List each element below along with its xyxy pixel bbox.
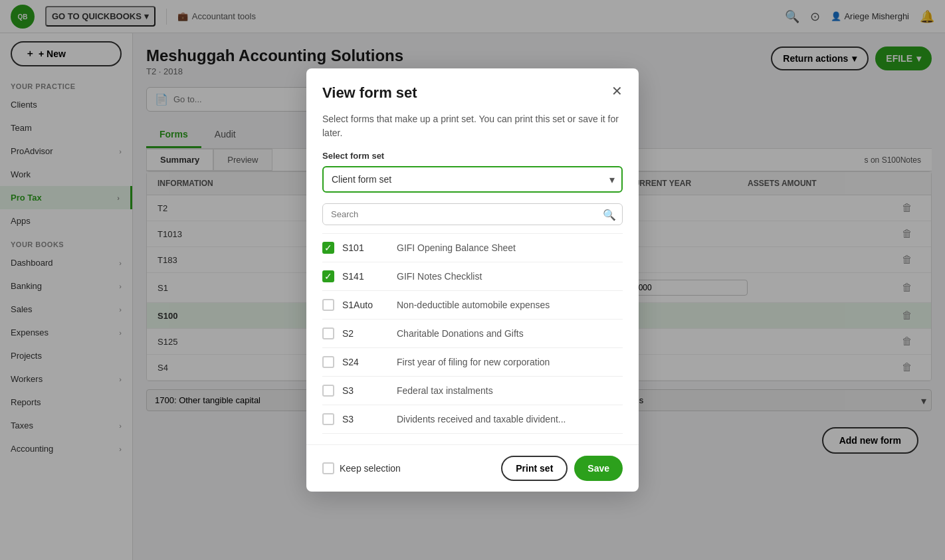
view-form-set-modal: View form set ✕ Select forms that make u… [306,68,639,492]
form-checkbox-1[interactable]: ✓ [322,270,334,282]
form-code-label-0: S101 [342,242,389,253]
form-set-select-wrapper: Client form set Custom form set ▾ [322,166,623,193]
form-code-label-1: S141 [342,271,389,282]
form-code-label-5: S3 [342,385,389,396]
form-checkbox-4[interactable] [322,356,334,368]
form-desc-3: Charitable Donations and Gifts [397,328,524,339]
modal-title: View form set [322,84,417,102]
keep-selection-label[interactable]: Keep selection [322,462,401,474]
form-code-label-6: S3 [342,414,389,424]
form-desc-4: First year of filing for new corporation [397,357,550,367]
select-form-set-label: Select form set [322,151,623,161]
form-checkbox-6[interactable] [322,413,334,425]
form-desc-0: GIFI Opening Balance Sheet [397,242,516,253]
form-list: ✓ S101 GIFI Opening Balance Sheet ✓ S141… [322,233,623,434]
footer-buttons: Print set Save [501,456,623,481]
save-label: Save [587,463,609,474]
form-search-box: 🔍 [322,203,623,225]
form-desc-2: Non-deductible automobile expenses [397,300,550,310]
form-checkbox-3[interactable] [322,327,334,339]
form-list-item: S3 Federal tax instalments [322,377,623,405]
modal-description: Select forms that make up a print set. Y… [322,112,623,140]
form-search-input[interactable] [322,203,623,225]
form-set-select[interactable]: Client form set Custom form set [322,166,623,193]
form-code-label-2: S1Auto [342,300,389,310]
form-checkbox-2[interactable] [322,299,334,311]
print-set-label: Print set [516,463,553,474]
form-code-label-4: S24 [342,357,389,367]
form-desc-5: Federal tax instalments [397,385,493,396]
modal-body: Select forms that make up a print set. Y… [306,102,639,444]
form-list-item: S3 Dividents received and taxable divide… [322,405,623,434]
form-code-label-3: S2 [342,328,389,339]
keep-selection-checkbox[interactable] [322,462,334,474]
form-list-item: S2 Charitable Donations and Gifts [322,320,623,348]
search-icon-modal: 🔍 [603,208,616,221]
form-desc-1: GIFI Notes Checklist [397,271,482,282]
form-checkbox-0[interactable]: ✓ [322,242,334,254]
form-desc-6: Dividents received and taxable divident.… [397,414,566,424]
print-set-button[interactable]: Print set [501,456,568,481]
form-list-item: S24 First year of filing for new corpora… [322,348,623,377]
modal-overlay[interactable]: View form set ✕ Select forms that make u… [0,0,945,560]
form-list-item: S1Auto Non-deductible automobile expense… [322,291,623,320]
save-button[interactable]: Save [574,456,623,481]
form-checkbox-5[interactable] [322,385,334,397]
modal-footer: Keep selection Print set Save [306,444,639,492]
form-list-item: ✓ S101 GIFI Opening Balance Sheet [322,234,623,262]
form-list-item: ✓ S141 GIFI Notes Checklist [322,262,623,291]
modal-header: View form set ✕ [306,68,639,102]
modal-close-button[interactable]: ✕ [611,84,623,98]
